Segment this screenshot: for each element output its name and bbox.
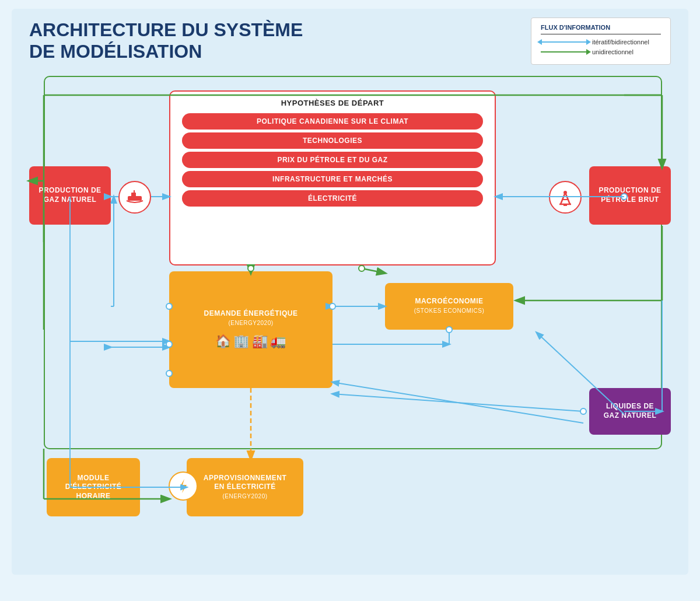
house-icon: 🏠 xyxy=(215,333,232,350)
main-container: ARCHITECTURE DU SYSTÈME DE MODÉLISATION … xyxy=(12,9,688,575)
svg-rect-9 xyxy=(564,204,567,206)
box-petrole-brut: PRODUCTION DEPÉTROLE BRUT xyxy=(589,166,671,225)
svg-line-4 xyxy=(561,193,565,204)
box-liquides-gaz: LIQUIDES DEGAZ NATUREL xyxy=(589,388,671,435)
page-title: ARCHITECTURE DU SYSTÈME DE MODÉLISATION xyxy=(29,19,303,62)
unidirectionnel-arrow-icon xyxy=(541,51,587,53)
svg-rect-1 xyxy=(128,196,142,201)
pill-prix: PRIX DU PÉTROLE ET DU GAZ xyxy=(182,152,483,168)
legend-item-bidirectionnel: itératif/bidirectionnel xyxy=(541,39,661,46)
ship-circle-icon xyxy=(118,181,151,214)
svg-marker-0 xyxy=(180,479,187,493)
building-icon: 🏢 xyxy=(233,333,250,350)
legend-title: FLUX D'INFORMATION xyxy=(541,24,661,34)
bidirectionnel-arrow-icon xyxy=(541,41,587,43)
pill-infrastructure: INFRASTRUCTURE ET MARCHÉS xyxy=(182,171,483,187)
pill-technologies: TECHNOLOGIES xyxy=(182,132,483,149)
legend-item-unidirectionnel: unidirectionnel xyxy=(541,48,661,55)
box-gaz-naturel: PRODUCTION DEGAZ NATUREL xyxy=(29,166,111,225)
svg-rect-2 xyxy=(131,193,136,197)
svg-point-8 xyxy=(564,191,567,194)
svg-rect-3 xyxy=(134,190,135,193)
truck-icon: 🚛 xyxy=(270,333,286,350)
oilrig-circle-icon xyxy=(549,181,582,214)
lightning-circle-icon xyxy=(169,471,198,501)
hypotheses-box: HYPOTHÈSES DE DÉPART POLITIQUE CANADIENN… xyxy=(169,90,496,265)
legend-box: FLUX D'INFORMATION itératif/bidirectionn… xyxy=(531,18,671,65)
pill-electricite: ÉLECTRICITÉ xyxy=(182,190,483,207)
svg-line-5 xyxy=(565,193,570,204)
pill-politique: POLITIQUE CANADIENNE SUR LE CLIMAT xyxy=(182,113,483,130)
box-macroeconomie: MACROÉCONOMIE(STOKES ECONOMICS) xyxy=(385,283,513,330)
hypotheses-title: HYPOTHÈSES DE DÉPART xyxy=(170,99,495,107)
box-demande-energetique: DEMANDE ÉNERGÉTIQUE(ENERGY2020) 🏠 🏢 🏭 🚛 xyxy=(169,271,332,388)
demande-icons: 🏠 🏢 🏭 🚛 xyxy=(215,333,286,350)
box-module-electricite: MODULED'ÉLECTRICITÉHORAIRE xyxy=(47,458,140,516)
box-approvisionnement: APPROVISIONNEMENTEN ÉLECTRICITÉ(ENERGY20… xyxy=(187,458,303,516)
factory-icon: 🏭 xyxy=(252,333,268,350)
